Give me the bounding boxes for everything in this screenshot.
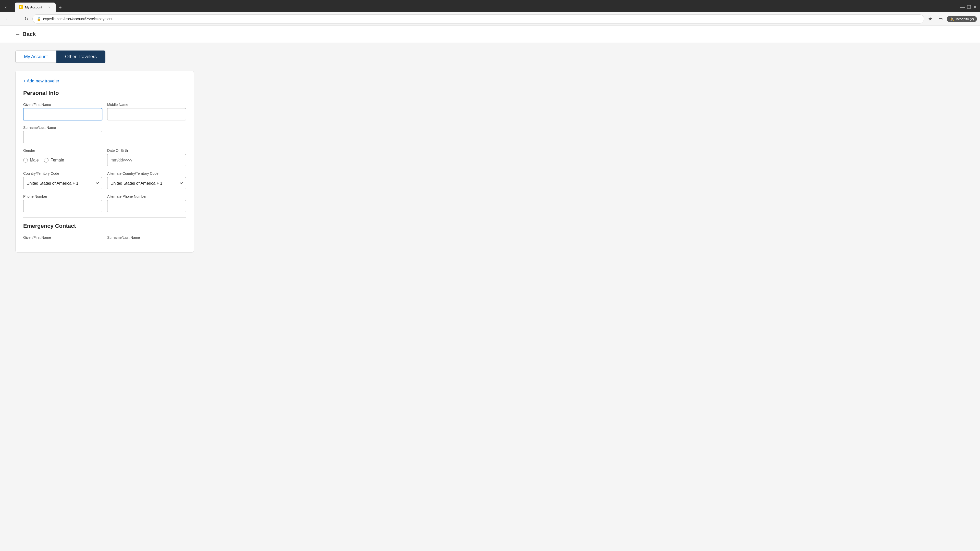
phone-number-input[interactable] — [23, 200, 102, 212]
alt-phone-number-input[interactable] — [107, 200, 186, 212]
emergency-surname-label: Surname/Last Name — [107, 235, 186, 240]
browser-titlebar: ‹ E My Account × + — ❐ ✕ — [0, 0, 980, 12]
surname-row: Surname/Last Name — [23, 125, 186, 143]
gender-dob-row: Gender Male Female Date Of Birth — [23, 148, 186, 166]
emergency-name-row: Given/First Name Surname/Last Name — [23, 235, 186, 240]
new-tab-button[interactable]: + — [57, 4, 64, 12]
main-area: My Account Other Travelers + Add new tra… — [0, 43, 980, 260]
emergency-contact-title: Emergency Contact — [23, 223, 186, 229]
back-arrow-icon: ← — [15, 32, 21, 37]
alt-country-territory-label: Alternate Country/Territory Code — [107, 171, 186, 176]
phone-row: Phone Number Alternate Phone Number — [23, 194, 186, 212]
toolbar-right-controls: ★ ▭ 🕵 Incognito (2) — [926, 15, 977, 23]
alt-country-territory-select[interactable]: United States of America + 1 United King… — [107, 177, 186, 189]
back-navigation-button[interactable]: ← — [3, 15, 12, 23]
tab-title: My Account — [25, 5, 45, 9]
tab-my-account[interactable]: My Account — [15, 51, 56, 63]
country-territory-select[interactable]: United States of America + 1 United King… — [23, 177, 102, 189]
page-content: ← Back My Account Other Travelers + Add … — [0, 26, 980, 551]
name-row: Given/First Name Middle Name — [23, 103, 186, 121]
refresh-button[interactable]: ↻ — [22, 15, 30, 23]
url-display: expedia.com/user/account/?&selc=payment — [43, 17, 920, 21]
gender-female-label: Female — [51, 158, 64, 162]
gender-radio-group: Male Female — [23, 154, 102, 166]
country-territory-label: Country/Territory Code — [23, 171, 102, 176]
middle-name-label: Middle Name — [107, 103, 186, 106]
alt-country-territory-group: Alternate Country/Territory Code United … — [107, 171, 186, 189]
browser-window-controls: ‹ — [3, 3, 9, 11]
date-of-birth-group: Date Of Birth — [107, 148, 186, 166]
browser-chrome: ‹ E My Account × + — ❐ ✕ ← → ↻ 🔒 — [0, 0, 980, 26]
incognito-indicator[interactable]: 🕵 Incognito (2) — [947, 16, 977, 22]
given-first-name-label: Given/First Name — [23, 103, 102, 106]
emergency-surname-group: Surname/Last Name — [107, 235, 186, 240]
surname-last-name-input[interactable] — [23, 131, 102, 143]
emergency-given-name-label: Given/First Name — [23, 235, 102, 240]
back-navigation[interactable]: ← Back — [0, 26, 980, 43]
given-first-name-group: Given/First Name — [23, 103, 102, 121]
gender-male-radio[interactable] — [23, 158, 28, 162]
middle-name-group: Middle Name — [107, 103, 186, 121]
country-code-row: Country/Territory Code United States of … — [23, 171, 186, 189]
phone-number-group: Phone Number — [23, 194, 102, 212]
given-first-name-input[interactable] — [23, 108, 102, 121]
phone-number-label: Phone Number — [23, 194, 102, 198]
window-close-button[interactable]: ✕ — [973, 4, 977, 10]
browser-nav-previous-tab[interactable]: ‹ — [3, 3, 9, 11]
surname-last-name-group: Surname/Last Name — [23, 125, 186, 143]
middle-name-input[interactable] — [107, 108, 186, 121]
browser-toolbar: ← → ↻ 🔒 expedia.com/user/account/?&selc=… — [0, 12, 980, 26]
personal-info-title: Personal Info — [23, 90, 186, 97]
window-restore-button[interactable]: ❐ — [967, 4, 971, 10]
security-lock-icon: 🔒 — [37, 17, 41, 21]
gender-male-label: Male — [30, 158, 39, 162]
tab-other-travelers[interactable]: Other Travelers — [56, 51, 105, 63]
bookmark-button[interactable]: ★ — [926, 15, 934, 23]
gender-label: Gender — [23, 148, 102, 152]
tab-favicon-icon: E — [19, 5, 23, 9]
tab-close-button[interactable]: × — [48, 5, 52, 10]
gender-group: Gender Male Female — [23, 148, 102, 166]
split-view-button[interactable]: ▭ — [936, 15, 945, 23]
incognito-label: Incognito (2) — [956, 17, 974, 21]
gender-male-option[interactable]: Male — [23, 158, 39, 162]
incognito-icon: 🕵 — [950, 17, 954, 21]
alt-phone-number-label: Alternate Phone Number — [107, 194, 186, 198]
alt-phone-number-group: Alternate Phone Number — [107, 194, 186, 212]
back-label: Back — [22, 31, 36, 38]
form-card: + Add new traveler Personal Info Given/F… — [15, 71, 194, 252]
browser-tab-active[interactable]: E My Account × — [15, 3, 56, 12]
tab-bar: E My Account × + — [12, 3, 67, 12]
surname-last-name-label: Surname/Last Name — [23, 125, 186, 130]
forward-navigation-button[interactable]: → — [13, 15, 21, 23]
gender-female-radio[interactable] — [44, 158, 48, 162]
add-new-traveler-link[interactable]: + Add new traveler — [23, 79, 186, 84]
account-tabs: My Account Other Travelers — [15, 51, 965, 63]
country-territory-group: Country/Territory Code United States of … — [23, 171, 102, 189]
window-minimize-button[interactable]: — — [960, 5, 965, 10]
emergency-given-name-group: Given/First Name — [23, 235, 102, 240]
address-bar[interactable]: 🔒 expedia.com/user/account/?&selc=paymen… — [32, 14, 924, 24]
date-of-birth-label: Date Of Birth — [107, 148, 186, 152]
date-of-birth-input[interactable] — [107, 154, 186, 166]
gender-female-option[interactable]: Female — [44, 158, 64, 162]
toolbar-nav-group: ← → ↻ — [3, 15, 30, 23]
